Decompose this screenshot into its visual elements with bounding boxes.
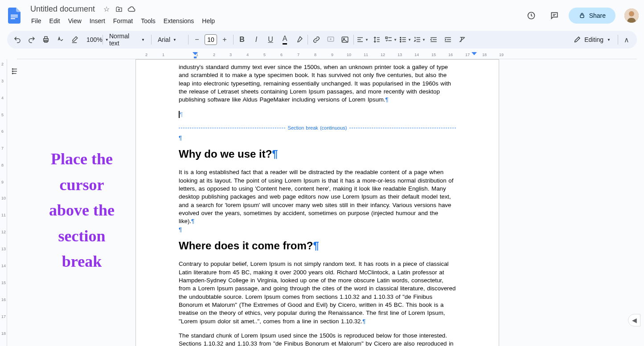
last-edit-icon[interactable] bbox=[522, 7, 540, 24]
paragraph[interactable]: It is a long established fact that a rea… bbox=[179, 168, 456, 225]
menu-tools[interactable]: Tools bbox=[137, 16, 159, 26]
menu-format[interactable]: Format bbox=[110, 16, 136, 26]
cloud-status-icon[interactable] bbox=[127, 5, 136, 14]
increase-indent-button[interactable] bbox=[441, 33, 455, 46]
undo-button[interactable] bbox=[11, 33, 24, 46]
star-icon[interactable]: ☆ bbox=[102, 5, 111, 14]
align-button[interactable]: ▼ bbox=[356, 33, 369, 46]
style-select[interactable]: Normal text▼ bbox=[105, 31, 149, 49]
collapse-toolbar-button[interactable]: ∧ bbox=[620, 33, 633, 46]
svg-point-16 bbox=[400, 41, 401, 42]
menu-edit[interactable]: Edit bbox=[46, 16, 64, 26]
pilcrow: ¶ bbox=[179, 226, 456, 234]
editing-mode-select[interactable]: Editing ▼ bbox=[568, 34, 616, 45]
heading[interactable]: Where does it come from?¶ bbox=[179, 238, 456, 253]
spellcheck-button[interactable] bbox=[53, 33, 67, 46]
menu-insert[interactable]: Insert bbox=[86, 16, 109, 26]
paint-format-button[interactable] bbox=[68, 33, 81, 46]
menu-view[interactable]: View bbox=[65, 16, 85, 26]
decrease-indent-button[interactable] bbox=[427, 33, 440, 46]
underline-button[interactable]: U bbox=[264, 33, 277, 46]
menubar: File Edit View Insert Format Tools Exten… bbox=[28, 15, 518, 27]
numbered-list-button[interactable]: ▼ bbox=[413, 33, 426, 46]
highlight-button[interactable] bbox=[292, 33, 306, 46]
move-icon[interactable] bbox=[115, 5, 123, 14]
menu-help[interactable]: Help bbox=[198, 16, 218, 26]
menu-extensions[interactable]: Extensions bbox=[160, 16, 197, 26]
cursor-position[interactable]: ¶ bbox=[179, 110, 456, 118]
menu-file[interactable]: File bbox=[28, 16, 45, 26]
decrease-font-button[interactable]: − bbox=[190, 33, 204, 46]
comments-icon[interactable] bbox=[546, 7, 563, 24]
italic-button[interactable]: I bbox=[250, 33, 263, 46]
svg-point-6 bbox=[629, 11, 634, 16]
svg-rect-8 bbox=[45, 37, 47, 39]
svg-point-15 bbox=[400, 39, 401, 40]
docs-logo[interactable] bbox=[5, 7, 23, 24]
redo-button[interactable] bbox=[25, 33, 38, 46]
insert-link-button[interactable] bbox=[310, 33, 323, 46]
svg-point-14 bbox=[400, 37, 401, 38]
annotation-overlay: Place the cursor above the section break bbox=[49, 147, 115, 275]
increase-font-button[interactable]: + bbox=[218, 33, 231, 46]
line-spacing-button[interactable] bbox=[370, 33, 383, 46]
svg-point-18 bbox=[12, 69, 13, 69]
bold-button[interactable]: B bbox=[235, 33, 249, 46]
svg-rect-17 bbox=[194, 57, 197, 58]
font-select[interactable]: Arial▼ bbox=[153, 34, 186, 45]
svg-rect-1 bbox=[11, 16, 18, 17]
pilcrow: ¶ bbox=[179, 134, 456, 142]
print-button[interactable] bbox=[39, 33, 53, 46]
left-indent-marker[interactable] bbox=[193, 52, 198, 58]
svg-point-20 bbox=[12, 73, 13, 74]
svg-rect-2 bbox=[11, 18, 15, 19]
right-indent-marker[interactable] bbox=[472, 52, 477, 58]
share-label: Share bbox=[589, 12, 606, 19]
bulleted-list-button[interactable]: ▼ bbox=[398, 33, 412, 46]
toolbar: 100%▼ Normal text▼ Arial▼ − + B I U A ▼ … bbox=[7, 31, 637, 49]
clear-formatting-button[interactable] bbox=[455, 33, 469, 46]
svg-rect-4 bbox=[580, 15, 584, 17]
font-size-input[interactable] bbox=[205, 34, 217, 45]
document-page[interactable]: industry's standard dummy text ever sinc… bbox=[135, 59, 499, 346]
text-color-button[interactable]: A bbox=[278, 33, 291, 46]
svg-rect-13 bbox=[386, 37, 387, 39]
document-title[interactable]: Untitled document bbox=[28, 4, 98, 15]
checklist-button[interactable]: ▼ bbox=[384, 33, 398, 46]
zoom-select[interactable]: 100%▼ bbox=[82, 34, 101, 45]
vertical-ruler[interactable]: 2 3 4 5 6 7 8 9 10 11 12 13 14 15 16 17 … bbox=[0, 59, 7, 346]
account-avatar[interactable] bbox=[624, 8, 639, 23]
paragraph[interactable]: Contrary to popular belief, Lorem Ipsum … bbox=[179, 260, 456, 326]
svg-rect-0 bbox=[11, 15, 18, 16]
paragraph[interactable]: The standard chunk of Lorem Ipsum used s… bbox=[179, 332, 456, 346]
section-break-indicator: Section break (continuous) bbox=[136, 125, 499, 131]
horizontal-ruler[interactable]: 2 1 1 2 3 4 5 6 7 8 9 10 11 12 13 14 15 … bbox=[17, 52, 637, 59]
insert-image-button[interactable] bbox=[338, 33, 352, 46]
add-comment-button[interactable] bbox=[324, 33, 337, 46]
paragraph[interactable]: industry's standard dummy text ever sinc… bbox=[179, 63, 456, 104]
svg-point-19 bbox=[12, 71, 13, 72]
explore-button[interactable]: ◀ bbox=[628, 314, 640, 326]
heading[interactable]: Why do we use it?¶ bbox=[179, 147, 456, 161]
share-button[interactable]: Share bbox=[569, 8, 615, 24]
